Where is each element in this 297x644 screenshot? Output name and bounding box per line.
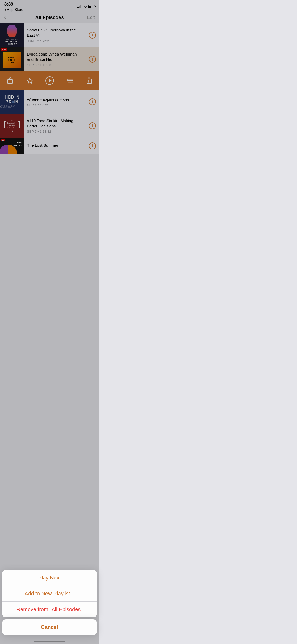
overlay bbox=[0, 0, 99, 215]
